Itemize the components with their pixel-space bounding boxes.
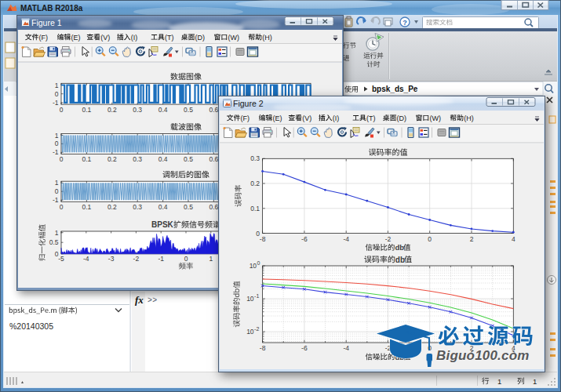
svg-text:0.4: 0.4 (158, 155, 168, 163)
svg-text:(H): (H) (262, 34, 272, 42)
svg-text:0: 0 (257, 260, 260, 266)
svg-text:db: db (395, 243, 404, 252)
svg-text:(W): (W) (228, 34, 239, 42)
svg-text:0.1: 0.1 (82, 203, 91, 211)
svg-text:1: 1 (55, 179, 59, 187)
svg-text:0.5: 0.5 (49, 238, 59, 246)
svg-text:bpsk_ds_Pe: bpsk_ds_Pe (372, 85, 418, 93)
svg-text:-6: -6 (301, 235, 308, 243)
svg-text:-1: -1 (254, 293, 259, 299)
svg-text:BPSK: BPSK (151, 220, 174, 229)
svg-text:10: 10 (246, 295, 254, 303)
svg-text:0: 0 (60, 155, 64, 163)
svg-text:-2: -2 (254, 326, 259, 332)
svg-text:MATLAB R2018a: MATLAB R2018a (20, 4, 83, 13)
svg-text:0.5: 0.5 (184, 155, 193, 163)
svg-text:0: 0 (55, 187, 59, 195)
svg-text:(F): (F) (39, 34, 49, 42)
svg-text:0: 0 (55, 90, 59, 98)
svg-text:0.3: 0.3 (133, 203, 142, 211)
svg-text:1: 1 (497, 377, 501, 386)
svg-text:0.4: 0.4 (158, 203, 168, 211)
svg-text:(E): (E) (71, 34, 80, 42)
svg-text:?: ? (403, 19, 407, 27)
svg-text:0.6: 0.6 (209, 155, 218, 163)
svg-text:0: 0 (55, 140, 59, 147)
svg-text:-5: -5 (58, 255, 64, 263)
svg-text:-8: -8 (260, 344, 266, 352)
svg-text:-8: -8 (260, 235, 266, 243)
svg-text:1: 1 (533, 377, 537, 386)
svg-text:0.2: 0.2 (107, 203, 117, 211)
svg-text:-6: -6 (301, 344, 308, 352)
svg-text:1: 1 (55, 82, 59, 89)
svg-text:0.3: 0.3 (133, 106, 142, 114)
svg-text:0.6: 0.6 (209, 203, 218, 211)
svg-text:(H): (H) (464, 114, 474, 122)
svg-text:(I): (I) (131, 34, 138, 42)
svg-text:0.5: 0.5 (184, 203, 193, 211)
svg-text:(W): (W) (429, 114, 441, 122)
svg-text:10: 10 (250, 262, 257, 270)
svg-text:0.5: 0.5 (184, 106, 193, 114)
svg-text:1: 1 (209, 255, 213, 263)
svg-text:0.1: 0.1 (82, 155, 91, 163)
svg-text:2: 2 (470, 235, 474, 243)
svg-text:0.4: 0.4 (158, 106, 168, 114)
svg-text:db: db (395, 256, 405, 264)
svg-text:-4: -4 (83, 255, 89, 263)
svg-text:-4: -4 (343, 235, 349, 243)
svg-text:0: 0 (184, 255, 188, 263)
svg-text:0: 0 (256, 230, 260, 238)
svg-text:(T): (T) (366, 114, 376, 122)
svg-text:1: 1 (55, 229, 59, 237)
svg-text:(E): (E) (272, 114, 282, 122)
svg-text:%20140305: %20140305 (9, 321, 53, 331)
svg-text:>>: >> (148, 296, 157, 304)
svg-text:10: 10 (246, 328, 254, 336)
svg-text:-4: -4 (343, 344, 349, 352)
svg-text:fx: fx (135, 294, 144, 306)
svg-text:(V): (V) (302, 114, 311, 122)
svg-text:0.2: 0.2 (107, 106, 117, 114)
svg-text:0.3: 0.3 (250, 154, 260, 162)
svg-text:0: 0 (60, 203, 64, 211)
svg-text:(V): (V) (100, 34, 110, 42)
svg-text:(I): (I) (333, 114, 340, 122)
svg-text:-2: -2 (385, 235, 392, 243)
svg-text:-1: -1 (53, 99, 59, 107)
svg-text:0.2: 0.2 (107, 155, 117, 163)
svg-text:(D): (D) (397, 114, 406, 122)
svg-text:-1: -1 (158, 255, 164, 263)
svg-text:(T): (T) (165, 34, 174, 42)
svg-text:-1: -1 (53, 148, 59, 156)
svg-text:0.3: 0.3 (133, 155, 142, 163)
svg-text:-2: -2 (133, 255, 140, 263)
svg-text:0: 0 (60, 106, 64, 114)
svg-text:(D): (D) (195, 34, 206, 42)
svg-text:0: 0 (428, 235, 432, 243)
svg-text:-1: -1 (53, 196, 59, 204)
svg-text:0.1: 0.1 (250, 205, 260, 212)
svg-text:Figure 2: Figure 2 (233, 99, 264, 108)
svg-text:(F): (F) (241, 114, 250, 122)
svg-text:0.6: 0.6 (209, 106, 218, 114)
svg-text:Figure 1: Figure 1 (31, 18, 62, 27)
svg-text:4: 4 (512, 235, 515, 243)
svg-text:0.2: 0.2 (250, 180, 260, 187)
svg-text:1: 1 (55, 132, 59, 140)
svg-text:-3: -3 (108, 255, 115, 263)
svg-text:0.1: 0.1 (82, 106, 91, 114)
svg-text:Biguó100.còm: Biguó100.còm (436, 348, 530, 363)
